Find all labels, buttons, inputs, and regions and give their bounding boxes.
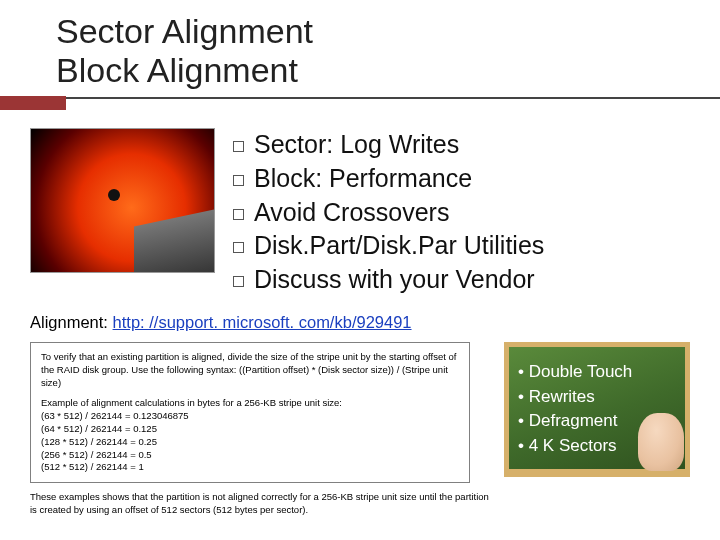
bullet-item: Avoid Crossovers (233, 196, 544, 230)
accent-line (66, 97, 720, 110)
hard-drive-image (30, 128, 215, 273)
alignment-link[interactable]: http: //support. microsoft. com/kb/92949… (113, 313, 412, 331)
accent-block (0, 96, 66, 110)
callout-intro: Example of alignment calculations in byt… (41, 397, 342, 408)
bullet-item: Disk.Part/Disk.Par Utilities (233, 229, 544, 263)
footer-note: These examples shows that the partition … (30, 491, 490, 517)
content-row: Sector: Log Writes Block: Performance Av… (30, 128, 690, 297)
hand-icon (638, 413, 684, 471)
left-column: To verify that an existing partition is … (30, 342, 490, 517)
chalkboard-image: • Double Touch • Rewrites • Defragment •… (504, 342, 690, 477)
lower-row: To verify that an existing partition is … (30, 342, 690, 517)
callout-calc: (63 * 512) / 262144 = 0.123046875 (41, 410, 189, 421)
callout-calc: (64 * 512) / 262144 = 0.125 (41, 423, 157, 434)
bullet-item: Discuss with your Vendor (233, 263, 544, 297)
chalk-item: • 4 K Sectors (518, 434, 632, 459)
main-bullet-list: Sector: Log Writes Block: Performance Av… (233, 128, 544, 297)
callout-box: To verify that an existing partition is … (30, 342, 470, 483)
callout-paragraph: To verify that an existing partition is … (41, 351, 459, 389)
callout-calc: (128 * 512) / 262144 = 0.25 (41, 436, 157, 447)
alignment-link-line: Alignment: http: //support. microsoft. c… (30, 313, 690, 332)
bullet-item: Block: Performance (233, 162, 544, 196)
chalk-item: • Defragment (518, 409, 632, 434)
slide-title: Sector Alignment Block Alignment (56, 12, 690, 90)
callout-calc: (512 * 512) / 262144 = 1 (41, 461, 144, 472)
alignment-label: Alignment: (30, 313, 113, 331)
title-rule (0, 96, 720, 110)
slide: Sector Alignment Block Alignment Sector:… (0, 0, 720, 517)
bullet-item: Sector: Log Writes (233, 128, 544, 162)
callout-calc: (256 * 512) / 262144 = 0.5 (41, 449, 152, 460)
chalk-item: • Double Touch (518, 360, 632, 385)
chalk-list: • Double Touch • Rewrites • Defragment •… (518, 360, 632, 459)
chalk-item: • Rewrites (518, 385, 632, 410)
title-line-2: Block Alignment (56, 51, 298, 89)
title-line-1: Sector Alignment (56, 12, 313, 50)
callout-example: Example of alignment calculations in byt… (41, 397, 459, 474)
